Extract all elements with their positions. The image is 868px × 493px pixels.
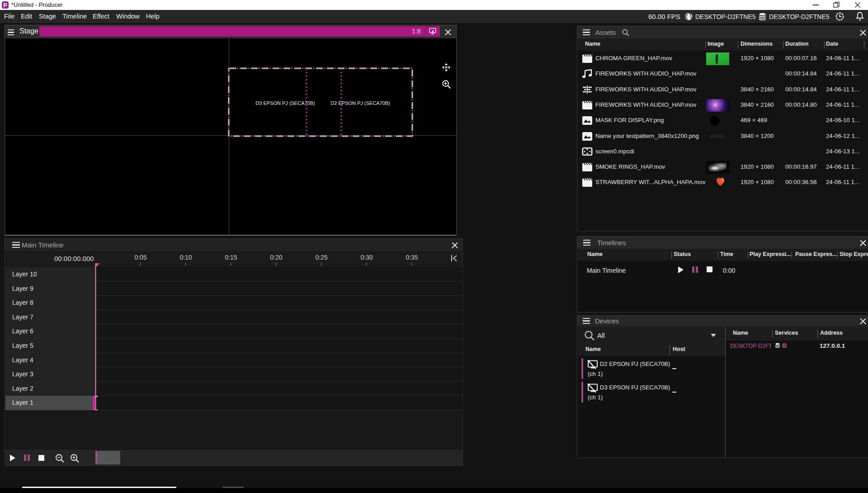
svg-text:D3 EPSON PJ (SECA70B): D3 EPSON PJ (SECA70B)	[255, 100, 315, 106]
svg-text:P: P	[3, 2, 7, 9]
svg-text:D2 EPSON PJ (SECA70B): D2 EPSON PJ (SECA70B)	[330, 100, 390, 106]
